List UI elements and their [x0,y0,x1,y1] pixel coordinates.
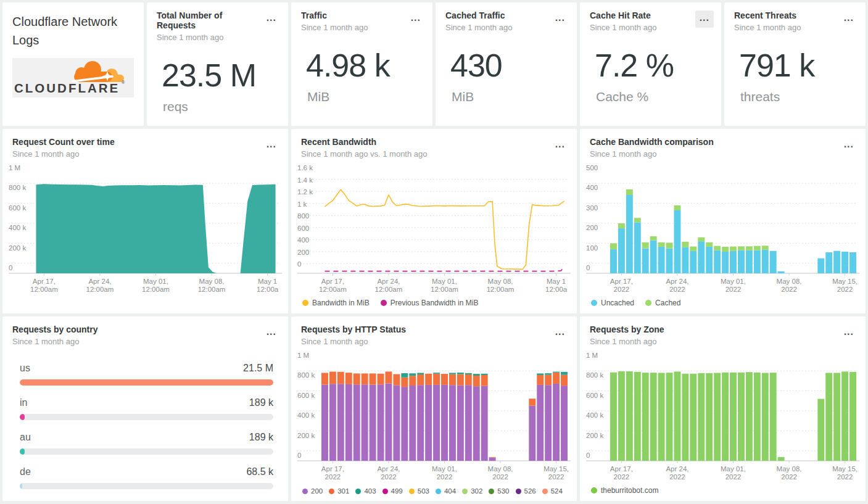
legend-item[interactable]: Uncached [591,299,634,307]
card-title: Recent Bandwidth [301,137,428,147]
panel-menu-icon[interactable]: ... [262,324,281,342]
legend-item[interactable]: 200 [302,487,323,495]
card-title: Request Count over time [12,137,115,147]
country-bar-fill[interactable] [20,483,22,489]
stat-card-total-requests: Total Number of Requests Since 1 month a… [147,2,288,126]
svg-text:May 15,: May 15, [544,465,569,473]
svg-text:400 k: 400 k [586,411,603,419]
panel-menu-icon[interactable]: ... [840,137,858,154]
svg-text:800 k: 800 k [586,371,603,379]
svg-text:May 1: May 1 [258,278,277,285]
panel-menu-icon[interactable]: ... [551,10,569,28]
requests-by-zone-svg: 1 M800 k600 k400 k200 k0Apr 17,2022Apr 2… [585,352,861,483]
svg-text:12:00am: 12:00am [142,286,170,293]
legend-item[interactable]: 301 [329,487,349,495]
legend-item[interactable]: 499 [382,487,403,495]
panel-menu-icon[interactable]: ... [551,137,569,154]
requests-by-http-status-svg: 1 M800 k600 k400 k200 k0Apr 17,2022Apr 2… [296,352,572,483]
legend-item[interactable]: 530 [489,487,509,495]
svg-text:12:00a: 12:00a [545,286,568,293]
legend-item[interactable]: 404 [436,487,456,495]
card-title: Requests by Zone [590,324,664,334]
legend-item[interactable]: Previous Bandwidth in MiB [381,299,479,307]
svg-text:2022: 2022 [725,473,742,481]
svg-text:12:00am: 12:00am [487,286,515,293]
requests-by-country-chart[interactable]: us21.5 Min189 kau189 kde68.5 k [2,346,288,489]
svg-text:300: 300 [586,204,598,212]
svg-text:200: 200 [586,224,598,231]
legend-label: 524 [551,487,563,495]
svg-text:200 k: 200 k [586,432,603,439]
legend-dot-icon [302,300,308,306]
legend-label: Uncached [601,299,634,307]
legend-item[interactable]: 403 [355,487,376,495]
country-label: de [20,466,31,477]
svg-text:May 1: May 1 [547,278,566,285]
svg-text:2022: 2022 [325,473,341,481]
legend-item[interactable]: 503 [409,487,429,495]
legend-label: 301 [337,487,349,495]
legend-item[interactable]: Cached [645,299,680,307]
recent-bandwidth-chart[interactable]: 1.6 k1.4 k1.2 k1 k8006004002000Apr 17,12… [296,165,577,298]
country-row: de68.5 k [20,466,273,489]
card-title: Recent Threats [734,10,801,20]
card-title: Requests by country [12,324,97,334]
panel-cache-bandwidth: Cache Bandwidth comparison Since 1 month… [580,129,866,313]
legend-item[interactable]: 524 [542,487,563,495]
requests-by-http-status-chart[interactable]: 1 M800 k600 k400 k200 k0Apr 17,2022Apr 2… [296,352,577,485]
panel-menu-icon[interactable]: ... [262,10,281,28]
legend-dot-icon [645,300,651,306]
svg-text:12:00a: 12:00a [257,286,279,293]
svg-text:2022: 2022 [725,286,742,293]
card-subtitle: Since 1 month ago [590,149,714,159]
svg-text:2022: 2022 [548,473,564,481]
legend-dot-icon [381,300,387,306]
legend-dot-icon [489,489,494,494]
country-bar-fill[interactable] [20,448,25,455]
country-row: in189 k [20,397,273,420]
svg-text:2022: 2022 [837,286,853,293]
card-subtitle: Since 1 month ago [12,149,115,159]
legend-item[interactable]: Bandwidth in MiB [302,299,370,307]
stat-card-recent-threats: Recent Threats Since 1 month ago ... 791… [724,2,866,126]
request-count-chart[interactable]: 1 M800 k600 k400 k200 k0Apr 17,12:00amAp… [7,165,288,298]
stat-row: Cloudflare Network Logs CLOUDFLARE [2,2,866,126]
stat-unit: MiB [452,89,577,104]
svg-text:Apr 17,: Apr 17, [610,465,633,473]
svg-text:Apr 17,: Apr 17, [321,278,344,285]
legend-label: 499 [391,487,403,495]
country-bar-track [20,379,273,386]
svg-text:May 01,: May 01, [721,278,746,285]
panel-recent-bandwidth: Recent Bandwidth Since 1 month ago vs. 1… [291,129,577,313]
legend-item[interactable]: 526 [516,487,536,495]
svg-text:400 k: 400 k [9,224,26,231]
requests-by-zone-chart[interactable]: 1 M800 k600 k400 k200 k0Apr 17,2022Apr 2… [585,352,866,485]
country-bar-fill[interactable] [20,379,273,386]
svg-text:2022: 2022 [614,473,630,481]
svg-text:400: 400 [297,236,309,244]
card-title: Traffic [301,10,368,20]
stat-value: 430 [450,49,577,81]
legend-dot-icon [516,489,521,494]
card-subtitle: Since 1 month ago [12,337,97,346]
legend-label: 302 [471,487,482,495]
panel-menu-icon[interactable]: ... [407,10,425,28]
cloudflare-logo-icon: CLOUDFLARE ® [13,60,134,95]
legend-dot-icon [462,489,468,494]
legend-dot-icon [329,489,334,494]
panel-menu-icon[interactable]: ... [262,137,281,154]
panel-menu-icon[interactable]: ... [551,324,569,342]
panel-menu-icon[interactable]: ... [840,324,858,342]
legend-item[interactable]: theburritobot.com [591,486,658,495]
panel-menu-icon[interactable]: ... [695,10,714,28]
cache-bandwidth-chart[interactable]: 5004003002001000Apr 17,2022Apr 24,2022Ma… [585,165,866,298]
svg-text:1 k: 1 k [297,200,307,208]
svg-text:Apr 17,: Apr 17, [33,278,56,285]
legend-item[interactable]: 302 [462,487,482,495]
card-subtitle: Since 1 month ago [157,33,262,42]
panel-menu-icon[interactable]: ... [840,10,858,28]
country-bar-fill[interactable] [20,414,25,420]
country-value: 21.5 M [243,363,273,374]
svg-text:200: 200 [297,249,309,256]
svg-text:800 k: 800 k [9,184,26,191]
